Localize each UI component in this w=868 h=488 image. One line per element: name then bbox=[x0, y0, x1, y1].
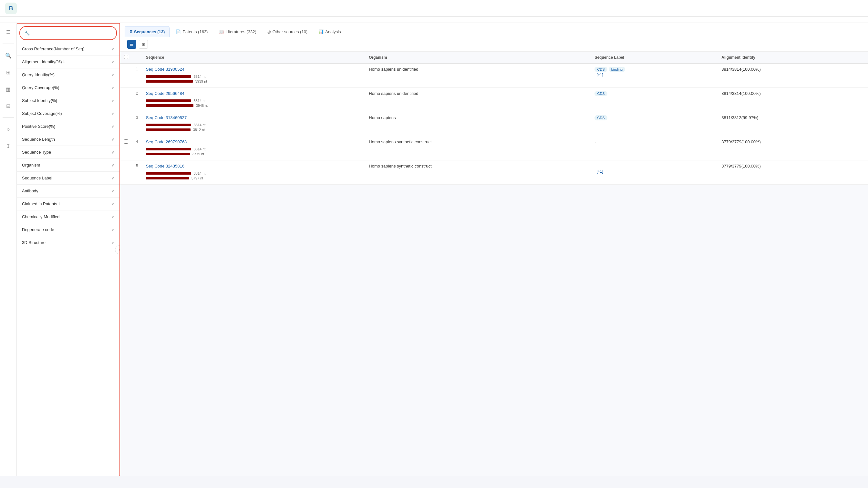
col-sequence: Sequence bbox=[142, 52, 365, 64]
sequences-icon: ⧖ bbox=[129, 29, 132, 34]
filter-item[interactable]: Antibody ∨ bbox=[17, 185, 120, 197]
list-view-btn[interactable]: ☰ bbox=[127, 40, 136, 49]
alignment-identity: 3779/3779(100.00%) bbox=[721, 139, 761, 144]
filter-item[interactable]: Alignment Identity(%) ℹ ∨ bbox=[17, 56, 120, 68]
seq-bar-row-1: 3814 nt bbox=[146, 74, 361, 78]
organism-cell: Homo sapiens bbox=[365, 112, 591, 136]
filter-panel-title: 🔧 bbox=[25, 31, 32, 35]
seq-bar-query-label: 3814 nt bbox=[194, 74, 206, 78]
alignment-identity: 3779/3779(100.00%) bbox=[721, 164, 761, 168]
tab-literatures[interactable]: 📖 Literatures (332) bbox=[214, 27, 261, 37]
seq-info: Seq Code 29566484 3814 nt 3946 nt bbox=[146, 91, 361, 108]
seq-code-link[interactable]: Seq Code 313460527 bbox=[146, 115, 361, 120]
table-controls: ☰ ⊞ bbox=[120, 37, 868, 52]
filter-item[interactable]: Positive Score(%) ∨ bbox=[17, 120, 120, 133]
seq-cell: Seq Code 269790768 3814 nt 3779 nt bbox=[142, 136, 365, 160]
filter-chevron-icon: ∨ bbox=[112, 124, 114, 129]
select-all-checkbox[interactable] bbox=[124, 55, 128, 59]
filter-item[interactable]: Query Coverage(%) ∨ bbox=[17, 82, 120, 94]
filter-item[interactable]: 3D Structure ∨ bbox=[17, 236, 120, 249]
sidebar-menu-icon[interactable]: ☰ bbox=[3, 27, 13, 37]
seq-code-link[interactable]: Seq Code 269790768 bbox=[146, 139, 361, 144]
panel-collapse-arrow[interactable]: ‹ bbox=[115, 245, 120, 254]
svg-text:B: B bbox=[9, 5, 13, 11]
filter-chevron-icon: ∨ bbox=[112, 202, 114, 206]
filter-panel-header: 🔧 bbox=[20, 26, 117, 40]
tabs-row: ⧖ Sequences (13) 📄 Patents (163) 📖 Liter… bbox=[120, 23, 868, 37]
filter-item[interactable]: Subject Coverage(%) ∨ bbox=[17, 107, 120, 120]
seq-bar-row-1: 3814 nt bbox=[146, 171, 361, 175]
organism-cell: Homo sapiens unidentified bbox=[365, 64, 591, 88]
table-row: 2 Seq Code 29566484 3814 nt 3946 nt Homo… bbox=[120, 88, 868, 112]
filter-chevron-icon: ∨ bbox=[112, 163, 114, 167]
organism-text: Homo sapiens unidentified bbox=[369, 91, 418, 96]
filter-item[interactable]: Organism ∨ bbox=[17, 159, 120, 172]
seq-bar-subject-label: 3812 nt bbox=[193, 128, 205, 132]
seq-info: Seq Code 31900524 3814 nt 3939 nt bbox=[146, 67, 361, 84]
seq-label-cell: CDS bbox=[591, 112, 717, 136]
literatures-icon: 📖 bbox=[219, 29, 224, 34]
sidebar-grid-icon[interactable]: ⊞ bbox=[3, 67, 13, 77]
filter-chevron-icon: ∨ bbox=[112, 111, 114, 116]
tab-patents[interactable]: 📄 Patents (163) bbox=[171, 27, 213, 37]
row-checkbox-cell bbox=[120, 160, 132, 185]
sidebar-search-icon[interactable]: 🔍 bbox=[3, 51, 13, 61]
seq-info: Seq Code 313460527 3814 nt 3812 nt bbox=[146, 115, 361, 133]
sidebar-filter-icon[interactable]: ⊟ bbox=[3, 101, 13, 111]
organism-text: Homo sapiens bbox=[369, 115, 396, 120]
filter-chevron-icon: ∨ bbox=[112, 73, 114, 77]
sidebar-chart-icon[interactable]: ▦ bbox=[3, 84, 13, 94]
filter-item[interactable]: Subject Identity(%) ∨ bbox=[17, 94, 120, 107]
literatures-label: Literatures (332) bbox=[225, 29, 256, 34]
col-checkbox bbox=[120, 52, 132, 64]
seq-code-link[interactable]: Seq Code 31900524 bbox=[146, 67, 361, 72]
sidebar-circle-icon[interactable]: ○ bbox=[3, 124, 13, 135]
sidebar-download-icon[interactable]: ↧ bbox=[3, 141, 13, 151]
seq-plus-badge[interactable]: [+1] bbox=[594, 72, 605, 78]
table-header: Sequence Organism Sequence Label Alignme… bbox=[120, 52, 868, 64]
table-row: 3 Seq Code 313460527 3814 nt 3812 nt Hom… bbox=[120, 112, 868, 136]
alignment-identity: 3814/3814(100.00%) bbox=[721, 67, 761, 72]
tab-other-sources[interactable]: ◎ Other sources (10) bbox=[262, 27, 312, 37]
filter-item[interactable]: Query Identity(%) ∨ bbox=[17, 68, 120, 82]
row-checkbox-cell bbox=[120, 88, 132, 112]
col-seq-label: Sequence Label bbox=[591, 52, 717, 64]
filter-item[interactable]: Claimed in Patents ℹ ∨ bbox=[17, 197, 120, 210]
seq-bar-subject bbox=[146, 153, 190, 155]
filter-item[interactable]: Cross Reference(Number of Seq) ∨ bbox=[17, 42, 120, 56]
filter-item-label: Sequence Type bbox=[22, 150, 51, 155]
organism-text: Homo sapiens unidentified bbox=[369, 67, 418, 72]
filter-item-label: Degenerate code bbox=[22, 227, 54, 232]
no-label: - bbox=[594, 139, 596, 144]
seq-plus-badge[interactable]: [+1] bbox=[594, 168, 605, 174]
table-row: 1 Seq Code 31900524 3814 nt 3939 nt Homo… bbox=[120, 64, 868, 88]
results-panel: ⧖ Sequences (13) 📄 Patents (163) 📖 Liter… bbox=[120, 23, 868, 476]
main-layout: ☰ 🔍 ⊞ ▦ ⊟ ○ ↧ 🔧 Cross Reference(Number o… bbox=[0, 23, 868, 476]
grid-view-btn[interactable]: ⊞ bbox=[139, 40, 148, 49]
filter-chevron-icon: ∨ bbox=[112, 240, 114, 245]
seq-bar-query-label: 3814 nt bbox=[194, 147, 206, 151]
row-checkbox[interactable] bbox=[124, 139, 128, 143]
sidebar-divider-2 bbox=[3, 118, 14, 118]
filter-item[interactable]: Sequence Type ∨ bbox=[17, 146, 120, 159]
alignment-cell: 3814/3814(100.00%) bbox=[717, 64, 868, 88]
filter-item[interactable]: Sequence Label ∨ bbox=[17, 172, 120, 185]
seq-code-link[interactable]: Seq Code 29566484 bbox=[146, 91, 361, 96]
filter-item-label: Antibody bbox=[22, 189, 38, 193]
tab-analysis[interactable]: 📊 Analysis bbox=[314, 27, 345, 37]
seq-code-link[interactable]: Seq Code 32435816 bbox=[146, 164, 361, 168]
tab-sequences[interactable]: ⧖ Sequences (13) bbox=[125, 26, 169, 37]
filter-chevron-icon: ∨ bbox=[112, 47, 114, 51]
filter-chevron-icon: ∨ bbox=[112, 176, 114, 181]
filter-item[interactable]: Sequence Length ∨ bbox=[17, 133, 120, 146]
seq-bar-subject-label: 3779 nt bbox=[192, 152, 205, 156]
organism-text: Homo sapiens synthetic construct bbox=[369, 164, 431, 168]
filter-item[interactable]: Chemically Modified ∨ bbox=[17, 210, 120, 223]
row-checkbox-cell bbox=[120, 112, 132, 136]
filter-item[interactable]: Degenerate code ∨ bbox=[17, 223, 120, 236]
seq-bar-row-1: 3814 nt bbox=[146, 123, 361, 127]
filter-item-label: 3D Structure bbox=[22, 240, 45, 245]
filter-item-label: Query Identity(%) bbox=[22, 72, 55, 77]
seq-bar-container: 3814 nt 3779 nt bbox=[146, 146, 361, 157]
table-body: 1 Seq Code 31900524 3814 nt 3939 nt Homo… bbox=[120, 64, 868, 185]
